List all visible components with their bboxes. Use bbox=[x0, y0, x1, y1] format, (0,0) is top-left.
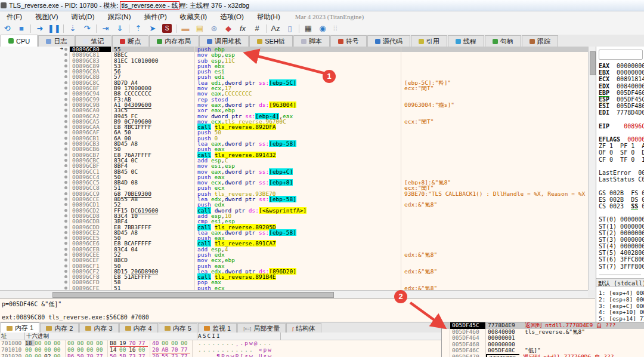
pause-icon[interactable]: ❚❚ bbox=[47, 23, 61, 34]
stack-row[interactable]: 005DF45C7778D4E9返回到 ntdll.7778D4E9 自 ??? bbox=[442, 322, 644, 329]
tab-symbols[interactable]: 符号 bbox=[330, 35, 367, 47]
menu-item[interactable]: 件(F) bbox=[0, 13, 29, 21]
breakpoint-dot-icon bbox=[64, 92, 67, 95]
app-icon bbox=[1, 2, 7, 8]
hash-icon[interactable]: # bbox=[250, 23, 264, 34]
breakpoint-dot-icon bbox=[64, 81, 67, 84]
tab-memory-map[interactable]: 内存布局 bbox=[149, 35, 199, 47]
disasm-row[interactable]: 00896CFE51push ecxedx:&"氪8" bbox=[0, 285, 588, 290]
tab-seh-chain[interactable]: SEH链 bbox=[249, 35, 293, 47]
eraser-icon[interactable]: ◆ bbox=[221, 23, 236, 34]
disasm-vertical-scrollbar[interactable] bbox=[588, 47, 596, 290]
disasm-gutter bbox=[0, 102, 70, 107]
menu-item[interactable]: 选项(O) bbox=[213, 13, 250, 21]
instruction-address: 00896CFE bbox=[70, 285, 112, 290]
patch-icon[interactable]: ▬ bbox=[178, 23, 193, 34]
dump-row[interactable]: 70102000000200B6507077505B737720557377..… bbox=[0, 353, 273, 357]
disasm-gutter bbox=[0, 169, 70, 174]
dump-tab-memory-dump[interactable]: 内存 5 bbox=[159, 323, 197, 333]
instruction-comment: edx:&"氪8" bbox=[401, 285, 588, 290]
disassembly-pane[interactable]: ➔00896C8055push ebp00896C818BECmov ebp,e… bbox=[0, 47, 588, 290]
instruction-comment: 00963004:"癮s]" bbox=[401, 102, 588, 107]
title-bar: TLS_reverse.exe - PID: 10780 - 模块: tls_r… bbox=[0, 0, 644, 11]
dump-row[interactable]: 70101000000000000000001400160020AB7077..… bbox=[0, 346, 273, 353]
dump-tab-memory-dump[interactable]: 内存 3 bbox=[79, 323, 118, 333]
instruction-comment: ecx:"閔T" bbox=[401, 119, 588, 124]
tab-source[interactable]: 源代码 bbox=[367, 35, 410, 47]
instruction-comment bbox=[401, 152, 588, 158]
menu-item[interactable]: 帮助(H) bbox=[250, 13, 287, 21]
dump-tab-struct[interactable]: ʃ结构体 bbox=[286, 323, 321, 333]
menu-item[interactable]: 视图(V) bbox=[29, 13, 64, 21]
vscroll-thumb[interactable] bbox=[590, 51, 596, 75]
tab-cpu[interactable]: CPU bbox=[1, 35, 38, 47]
seh-icon[interactable]: S bbox=[162, 24, 172, 33]
dump-tab-memory-dump[interactable]: 内存 4 bbox=[119, 323, 158, 333]
hide-fpu-button[interactable] bbox=[599, 50, 643, 60]
globe-icon[interactable]: ◉ bbox=[315, 23, 330, 34]
instruction-text: call tls_reverse.892DFA bbox=[195, 124, 401, 130]
tab-log[interactable]: 日志 bbox=[38, 35, 75, 47]
menu-item[interactable]: 跟踪(N) bbox=[101, 13, 138, 21]
step-out-icon[interactable]: ⇓ bbox=[113, 23, 127, 34]
disasm-gutter bbox=[0, 97, 70, 102]
instruction-bytes: 56 bbox=[112, 69, 195, 74]
tab-script[interactable]: 脚本 bbox=[293, 35, 330, 47]
disasm-gutter bbox=[0, 119, 70, 124]
comment-icon[interactable]: ▤ bbox=[193, 23, 207, 34]
dump-row[interactable]: 7010001800000000000000B819707740000000..… bbox=[0, 340, 273, 346]
eip-arrow-icon: ➔ bbox=[60, 47, 63, 51]
dump-tab-watch[interactable]: 监视 1 bbox=[198, 323, 237, 333]
menu-item[interactable]: 收藏夹(I) bbox=[174, 13, 213, 21]
phone-icon[interactable]: ▯ bbox=[283, 23, 297, 34]
tab-handles[interactable]: 句柄 bbox=[485, 35, 521, 47]
tab-call-stack[interactable]: 调用堆栈 bbox=[199, 35, 249, 47]
references-icon bbox=[419, 39, 424, 44]
registers-pane[interactable]: EAX 00000000EBX 00000000ECX 00891814EDX … bbox=[596, 47, 644, 322]
source-icon bbox=[375, 39, 380, 44]
calling-convention-select[interactable]: 默认 (stdcall) bbox=[596, 278, 644, 287]
tab-references[interactable]: 引用 bbox=[411, 35, 447, 47]
breakpoint-dot-icon bbox=[64, 170, 67, 173]
toolbar-separator bbox=[30, 24, 31, 33]
dump-tab-memory-dump[interactable]: 内存 1 bbox=[1, 322, 39, 333]
breakpoint-dot-icon bbox=[64, 226, 67, 229]
byte-group: 505B7377 bbox=[110, 353, 150, 357]
disasm-gutter bbox=[0, 74, 70, 79]
stack-address: 005DF470 bbox=[450, 354, 486, 357]
disasm-horizontal-scrollbar[interactable] bbox=[0, 290, 588, 298]
execute-till-return-icon[interactable]: ⇡ bbox=[131, 23, 145, 34]
run-to-user-code-icon[interactable]: ➤ bbox=[145, 23, 160, 34]
breakpoint-dot-icon bbox=[64, 137, 67, 140]
dump-tab-memory-dump[interactable]: 内存 2 bbox=[40, 323, 79, 333]
restart-icon[interactable]: ⟲ bbox=[0, 23, 14, 34]
fx-icon[interactable]: fx bbox=[236, 23, 250, 34]
attach-icon[interactable]: ⊛ bbox=[207, 23, 221, 34]
instruction-comment bbox=[401, 146, 588, 152]
dump-tab-locals[interactable]: [x=]局部变量 bbox=[237, 323, 286, 333]
calculator-icon[interactable]: ▦ bbox=[301, 23, 315, 34]
step-over-icon[interactable]: ↷ bbox=[80, 23, 94, 34]
stack-row[interactable]: 005DF470777760D6返回到 ntdll.777760D6 自 ??? bbox=[442, 354, 644, 357]
run-to-cursor-icon[interactable]: ⇥ bbox=[98, 23, 113, 34]
breakpoint-dot-icon bbox=[64, 131, 67, 134]
byte-group: 20557377 bbox=[152, 353, 193, 357]
memory-dump-pane[interactable]: 址 十六进制 ASCII 7010001800000000000000B8197… bbox=[0, 333, 441, 357]
tab-threads[interactable]: 线程 bbox=[448, 35, 484, 47]
run-icon[interactable]: ➜ bbox=[33, 23, 47, 34]
instruction-bytes: 53 bbox=[112, 63, 195, 69]
stack-pane[interactable]: 005DF45C7778D4E9返回到 ntdll.7778D4E9 自 ???… bbox=[441, 322, 644, 357]
menu-item[interactable]: 插件(P) bbox=[137, 13, 173, 21]
hscroll-thumb[interactable] bbox=[52, 292, 334, 298]
tab-notes[interactable]: 笔记 bbox=[75, 35, 112, 47]
step-into-icon[interactable]: ⇣ bbox=[66, 23, 80, 34]
az-icon[interactable]: Az bbox=[268, 23, 283, 34]
disasm-gutter bbox=[0, 130, 70, 135]
tab-breakpoint[interactable]: 断点 bbox=[112, 35, 148, 47]
stop-icon[interactable]: ■ bbox=[14, 23, 29, 34]
tab-trace[interactable]: 跟踪 bbox=[522, 35, 558, 47]
menu-item[interactable]: 调试(D) bbox=[65, 13, 101, 21]
instruction-bytes: 58 bbox=[112, 279, 195, 285]
breakpoint-dot-icon bbox=[64, 159, 67, 162]
instruction-text: push esi bbox=[195, 69, 401, 74]
